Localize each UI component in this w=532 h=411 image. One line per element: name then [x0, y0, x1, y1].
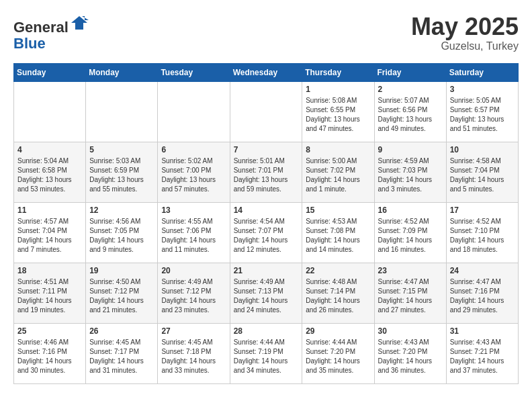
- day-info: Sunrise: 4:43 AM Sunset: 7:20 PM Dayligh…: [378, 338, 443, 375]
- day-info: Sunrise: 5:08 AM Sunset: 6:55 PM Dayligh…: [306, 96, 370, 134]
- day-info: Sunrise: 4:53 AM Sunset: 7:08 PM Dayligh…: [306, 217, 370, 255]
- day-info: Sunrise: 4:44 AM Sunset: 7:20 PM Dayligh…: [306, 338, 370, 375]
- day-info: Sunrise: 4:52 AM Sunset: 7:09 PM Dayligh…: [378, 217, 443, 255]
- calendar-cell: 18Sunrise: 4:51 AM Sunset: 7:11 PM Dayli…: [14, 263, 86, 323]
- day-number: 15: [306, 205, 370, 215]
- day-number: 11: [17, 205, 82, 215]
- day-info: Sunrise: 4:45 AM Sunset: 7:18 PM Dayligh…: [161, 338, 226, 375]
- day-number: 27: [161, 326, 226, 336]
- calendar-cell: 19Sunrise: 4:50 AM Sunset: 7:12 PM Dayli…: [86, 263, 158, 323]
- day-number: 31: [450, 326, 515, 336]
- logo: General Blue: [13, 13, 89, 52]
- day-info: Sunrise: 4:58 AM Sunset: 7:04 PM Dayligh…: [450, 156, 515, 194]
- day-info: Sunrise: 4:52 AM Sunset: 7:10 PM Dayligh…: [450, 217, 515, 255]
- day-info: Sunrise: 5:02 AM Sunset: 7:00 PM Dayligh…: [161, 156, 226, 194]
- calendar-cell: 12Sunrise: 4:56 AM Sunset: 7:05 PM Dayli…: [86, 202, 158, 263]
- day-number: 8: [306, 145, 370, 154]
- day-number: 4: [17, 145, 82, 154]
- calendar-cell: 31Sunrise: 4:43 AM Sunset: 7:21 PM Dayli…: [446, 323, 518, 383]
- day-number: 10: [450, 145, 515, 154]
- day-info: Sunrise: 4:44 AM Sunset: 7:19 PM Dayligh…: [234, 338, 299, 375]
- day-number: 19: [89, 266, 154, 275]
- calendar-cell: 16Sunrise: 4:52 AM Sunset: 7:09 PM Dayli…: [374, 202, 446, 263]
- calendar-week-4: 18Sunrise: 4:51 AM Sunset: 7:11 PM Dayli…: [14, 263, 519, 323]
- col-monday: Monday: [86, 63, 158, 81]
- day-info: Sunrise: 5:04 AM Sunset: 6:58 PM Dayligh…: [17, 156, 82, 194]
- day-info: Sunrise: 4:49 AM Sunset: 7:13 PM Dayligh…: [234, 277, 299, 315]
- day-number: 20: [161, 266, 226, 275]
- logo-general: General: [13, 19, 69, 36]
- calendar-week-3: 11Sunrise: 4:57 AM Sunset: 7:04 PM Dayli…: [14, 202, 519, 263]
- calendar-cell: 2Sunrise: 5:07 AM Sunset: 6:56 PM Daylig…: [374, 81, 446, 142]
- day-number: 13: [161, 205, 226, 215]
- calendar-cell: 22Sunrise: 4:48 AM Sunset: 7:14 PM Dayli…: [302, 263, 374, 323]
- calendar-cell: 25Sunrise: 4:46 AM Sunset: 7:16 PM Dayli…: [14, 323, 86, 383]
- day-number: 18: [17, 266, 82, 275]
- day-number: 26: [89, 326, 154, 336]
- calendar-cell: 11Sunrise: 4:57 AM Sunset: 7:04 PM Dayli…: [14, 202, 86, 263]
- day-number: 9: [378, 145, 443, 154]
- day-info: Sunrise: 5:07 AM Sunset: 6:56 PM Dayligh…: [378, 96, 443, 134]
- day-number: 2: [378, 85, 443, 94]
- day-number: 30: [378, 326, 443, 336]
- day-info: Sunrise: 4:51 AM Sunset: 7:11 PM Dayligh…: [17, 277, 82, 315]
- calendar-cell: 21Sunrise: 4:49 AM Sunset: 7:13 PM Dayli…: [230, 263, 302, 323]
- day-number: 5: [89, 145, 154, 154]
- day-info: Sunrise: 5:01 AM Sunset: 7:01 PM Dayligh…: [234, 156, 299, 194]
- day-info: Sunrise: 4:56 AM Sunset: 7:05 PM Dayligh…: [89, 217, 154, 255]
- calendar-cell: 29Sunrise: 4:44 AM Sunset: 7:20 PM Dayli…: [302, 323, 374, 383]
- day-number: 14: [234, 205, 299, 215]
- col-sunday: Sunday: [14, 63, 86, 81]
- calendar-week-2: 4Sunrise: 5:04 AM Sunset: 6:58 PM Daylig…: [14, 142, 519, 202]
- calendar-cell: [230, 81, 302, 142]
- day-number: 1: [306, 85, 370, 94]
- day-number: 23: [378, 266, 443, 275]
- calendar-table: Sunday Monday Tuesday Wednesday Thursday…: [13, 63, 519, 384]
- day-info: Sunrise: 5:00 AM Sunset: 7:02 PM Dayligh…: [306, 156, 370, 194]
- calendar-cell: 3Sunrise: 5:05 AM Sunset: 6:57 PM Daylig…: [446, 81, 518, 142]
- page-header: General Blue May 2025 Guzelsu, Turkey: [13, 13, 519, 52]
- calendar-cell: 9Sunrise: 4:59 AM Sunset: 7:03 PM Daylig…: [374, 142, 446, 202]
- logo-icon: [70, 13, 89, 32]
- logo-blue: Blue: [13, 35, 46, 52]
- calendar-cell: 27Sunrise: 4:45 AM Sunset: 7:18 PM Dayli…: [158, 323, 230, 383]
- day-info: Sunrise: 5:03 AM Sunset: 6:59 PM Dayligh…: [89, 156, 154, 194]
- calendar-cell: 15Sunrise: 4:53 AM Sunset: 7:08 PM Dayli…: [302, 202, 374, 263]
- col-tuesday: Tuesday: [158, 63, 230, 81]
- day-info: Sunrise: 4:43 AM Sunset: 7:21 PM Dayligh…: [450, 338, 515, 375]
- calendar-cell: [158, 81, 230, 142]
- col-thursday: Thursday: [302, 63, 374, 81]
- day-number: 24: [450, 266, 515, 275]
- day-info: Sunrise: 4:47 AM Sunset: 7:15 PM Dayligh…: [378, 277, 443, 315]
- calendar-cell: 14Sunrise: 4:54 AM Sunset: 7:07 PM Dayli…: [230, 202, 302, 263]
- calendar-cell: 13Sunrise: 4:55 AM Sunset: 7:06 PM Dayli…: [158, 202, 230, 263]
- calendar-cell: 1Sunrise: 5:08 AM Sunset: 6:55 PM Daylig…: [302, 81, 374, 142]
- day-number: 25: [17, 326, 82, 336]
- calendar-cell: 6Sunrise: 5:02 AM Sunset: 7:00 PM Daylig…: [158, 142, 230, 202]
- month-title: May 2025: [411, 13, 519, 40]
- calendar-cell: 24Sunrise: 4:47 AM Sunset: 7:16 PM Dayli…: [446, 263, 518, 323]
- calendar-cell: 23Sunrise: 4:47 AM Sunset: 7:15 PM Dayli…: [374, 263, 446, 323]
- day-info: Sunrise: 4:59 AM Sunset: 7:03 PM Dayligh…: [378, 156, 443, 194]
- calendar-cell: 8Sunrise: 5:00 AM Sunset: 7:02 PM Daylig…: [302, 142, 374, 202]
- day-number: 12: [89, 205, 154, 215]
- calendar-cell: [86, 81, 158, 142]
- day-number: 3: [450, 85, 515, 94]
- calendar-header-row: Sunday Monday Tuesday Wednesday Thursday…: [14, 63, 519, 81]
- day-info: Sunrise: 4:48 AM Sunset: 7:14 PM Dayligh…: [306, 277, 370, 315]
- col-friday: Friday: [374, 63, 446, 81]
- day-number: 16: [378, 205, 443, 215]
- day-number: 7: [234, 145, 299, 154]
- calendar-cell: 7Sunrise: 5:01 AM Sunset: 7:01 PM Daylig…: [230, 142, 302, 202]
- calendar-cell: 30Sunrise: 4:43 AM Sunset: 7:20 PM Dayli…: [374, 323, 446, 383]
- day-info: Sunrise: 4:45 AM Sunset: 7:17 PM Dayligh…: [89, 338, 154, 375]
- day-number: 22: [306, 266, 370, 275]
- day-number: 29: [306, 326, 370, 336]
- calendar-cell: [14, 81, 86, 142]
- calendar-cell: 26Sunrise: 4:45 AM Sunset: 7:17 PM Dayli…: [86, 323, 158, 383]
- col-wednesday: Wednesday: [230, 63, 302, 81]
- day-info: Sunrise: 4:49 AM Sunset: 7:12 PM Dayligh…: [161, 277, 226, 315]
- calendar-cell: 5Sunrise: 5:03 AM Sunset: 6:59 PM Daylig…: [86, 142, 158, 202]
- day-info: Sunrise: 4:57 AM Sunset: 7:04 PM Dayligh…: [17, 217, 82, 255]
- day-info: Sunrise: 5:05 AM Sunset: 6:57 PM Dayligh…: [450, 96, 515, 134]
